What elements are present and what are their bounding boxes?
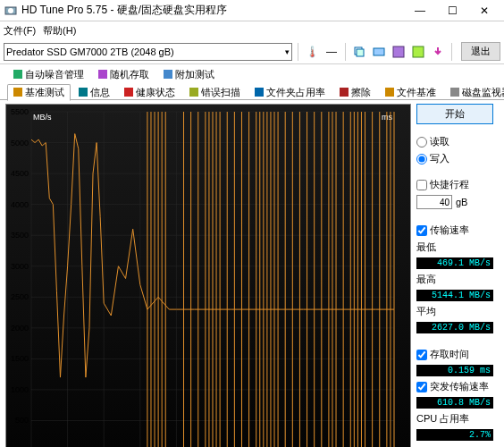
titlebar: HD Tune Pro 5.75 - 硬盘/固态硬盘实用程序 — ☐ ✕ xyxy=(0,0,504,21)
copy-icon[interactable] xyxy=(351,44,367,60)
cpu-label: CPU 占用率 xyxy=(416,412,493,426)
dash-icon: — xyxy=(323,44,340,60)
minimize-button[interactable]: — xyxy=(404,2,436,20)
svg-text:4000: 4000 xyxy=(11,200,29,209)
maximize-button[interactable]: ☐ xyxy=(436,2,468,20)
svg-text:5000: 5000 xyxy=(11,139,29,148)
tab-自动噪音管理[interactable]: 自动噪音管理 xyxy=(7,66,90,83)
tab-文件基准[interactable]: 文件基准 xyxy=(379,84,442,101)
read-radio[interactable]: 读取 xyxy=(416,135,493,148)
svg-rect-4 xyxy=(374,48,384,55)
tab-健康状态[interactable]: 健康状态 xyxy=(118,84,181,101)
write-radio[interactable]: 写入 xyxy=(416,152,493,165)
svg-text:500: 500 xyxy=(15,416,29,425)
svg-rect-6 xyxy=(413,46,424,57)
temperature-icon[interactable]: 🌡️ xyxy=(304,44,320,60)
svg-rect-3 xyxy=(357,49,364,56)
content: 5001000150020002500300035004000450050005… xyxy=(0,99,504,447)
cpu-value: 2.7% xyxy=(416,429,493,441)
fast-checkbox[interactable]: 快捷行程 xyxy=(416,178,493,191)
svg-text:2500: 2500 xyxy=(11,292,29,301)
svg-text:1500: 1500 xyxy=(11,354,29,363)
menu-help[interactable]: 帮助(H) xyxy=(43,24,76,38)
speed-checkbox[interactable]: 传输速率 xyxy=(416,224,493,237)
tab-错误扫描[interactable]: 错误扫描 xyxy=(183,84,247,101)
tab-擦除[interactable]: 擦除 xyxy=(333,84,377,101)
chart-area: 5001000150020002500300035004000450050005… xyxy=(5,104,411,447)
svg-text:4500: 4500 xyxy=(11,169,29,178)
menu-file[interactable]: 文件(F) xyxy=(4,24,36,38)
drive-select[interactable]: Predator SSD GM7000 2TB (2048 gB) ▾ xyxy=(4,43,292,61)
tab-随机存取[interactable]: 随机存取 xyxy=(92,66,155,83)
tab-文件夹占用率[interactable]: 文件夹占用率 xyxy=(248,84,332,101)
access-value: 0.159 ms xyxy=(416,365,493,376)
app-icon xyxy=(4,4,18,18)
svg-text:3500: 3500 xyxy=(11,231,29,240)
burst-checkbox[interactable]: 突发传输速率 xyxy=(416,380,493,393)
svg-rect-5 xyxy=(393,46,404,57)
avg-label: 平均 xyxy=(416,305,493,318)
svg-text:3000: 3000 xyxy=(11,262,29,271)
benchmark-chart: 5001000150020002500300035004000450050005… xyxy=(6,105,410,447)
tab-信息[interactable]: 信息 xyxy=(72,84,116,101)
tabrow-1: 自动噪音管理随机存取附加测试 xyxy=(0,66,504,82)
svg-text:5500: 5500 xyxy=(11,107,29,116)
avg-value: 2627.0 MB/s xyxy=(416,322,493,333)
min-label: 最低 xyxy=(416,240,493,254)
right-panel: 开始 读取 写入 快捷行程 gB 传输速率 最低 469.1 MB/s 最高 5… xyxy=(416,104,493,447)
exit-button[interactable]: 退出 xyxy=(461,42,500,61)
download-icon[interactable] xyxy=(430,44,446,60)
close-button[interactable]: ✕ xyxy=(468,2,500,20)
window-title: HD Tune Pro 5.75 - 硬盘/固态硬盘实用程序 xyxy=(21,3,404,18)
fast-input[interactable] xyxy=(416,195,452,209)
svg-text:1000: 1000 xyxy=(11,385,29,394)
menubar: 文件(F) 帮助(H) xyxy=(0,21,504,39)
svg-point-1 xyxy=(8,8,13,13)
options-icon[interactable] xyxy=(410,44,426,60)
toolbar: Predator SSD GM7000 2TB (2048 gB) ▾ 🌡️ —… xyxy=(0,39,504,64)
access-checkbox[interactable]: 存取时间 xyxy=(416,348,493,361)
screenshot-icon[interactable] xyxy=(371,44,387,60)
chevron-down-icon: ▾ xyxy=(285,47,290,56)
svg-text:2000: 2000 xyxy=(11,324,29,333)
drive-label: Predator SSD GM7000 2TB (2048 gB) xyxy=(6,46,174,57)
max-label: 最高 xyxy=(416,273,493,286)
min-value: 469.1 MB/s xyxy=(416,257,493,269)
tab-基准测试[interactable]: 基准测试 xyxy=(7,84,71,101)
max-value: 5144.1 MB/s xyxy=(416,290,493,301)
save-icon[interactable] xyxy=(391,44,407,60)
start-button[interactable]: 开始 xyxy=(416,104,493,124)
svg-text:MB/s: MB/s xyxy=(33,113,52,122)
tab-附加测试[interactable]: 附加测试 xyxy=(157,66,221,83)
tab-磁盘监视器[interactable]: 磁盘监视器 xyxy=(444,84,504,101)
burst-value: 610.8 MB/s xyxy=(416,397,493,409)
tabrow-2: 基准测试信息健康状态错误扫描文件夹占用率擦除文件基准磁盘监视器 xyxy=(0,84,504,100)
